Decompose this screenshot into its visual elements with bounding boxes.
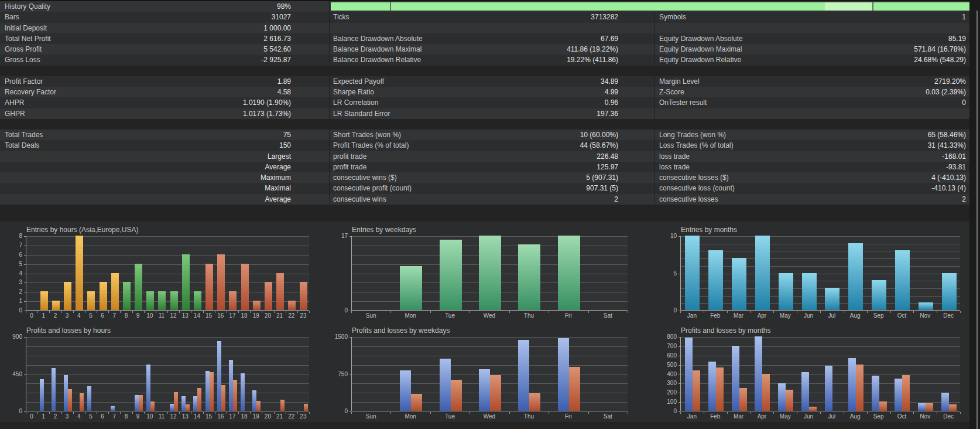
bar-profit-9 [135,395,139,411]
x-tick-label: Tue [437,312,463,319]
y-tick-label: 1500 [324,334,348,340]
bar-profit-7 [111,406,115,411]
bar-loss-3 [68,389,72,411]
bar-profit-14 [193,396,197,411]
bar-profit-Fri [558,338,569,411]
stat-label: AHPR [0,97,243,108]
plot-area-pl-by-weekdays [351,337,628,411]
x-tick-label: 23 [290,413,316,420]
bar-Wed [479,236,501,310]
stat-label: Ticks [330,12,591,22]
stat-cell-group: consecutive losses2 [655,194,969,205]
bar-profit-Thu [518,340,529,411]
bar-profit-3 [64,375,68,411]
x-tick-mark [628,311,628,313]
bar-4 [76,236,83,310]
plot-area-entries-by-months [680,236,960,311]
y-tick-label: 3 [0,280,22,285]
bar-loss-Apr [762,374,770,411]
bar-profit-Tue [440,359,451,411]
bar-loss-Feb [716,367,724,411]
stat-label [655,108,966,119]
x-tick-mark [588,311,589,313]
bar-loss-Mon [411,394,422,411]
x-tick-label: Jul [819,413,845,420]
stat-value: 34.89 [601,76,655,87]
bar-profit-17 [229,360,233,411]
bar-19 [253,301,261,310]
x-tick-label: Feb [703,413,728,420]
y-tick-label: 1 [0,298,22,304]
y-tick-mark [24,301,26,302]
stat-cell-group: Recovery Factor4.58 [0,87,329,97]
stat-label [0,172,261,183]
stat-cell-group: Total Trades75 [0,130,329,140]
stat-cell-group [329,23,655,33]
quality-bar-gap [872,2,873,11]
x-tick-label: Dec [936,312,961,319]
x-tick-label: Wed [477,413,502,420]
chart-title-entries-by-hours: Entries by hours (Asia,Europe,USA) [26,226,138,234]
plot-area-pl-by-hours [26,337,309,411]
bar-loss-Wed [490,375,501,411]
y-tick-label: 100 [653,399,677,405]
history-quality-bar [331,2,970,11]
x-tick-label: Apr [749,413,775,420]
bar-Aug [848,243,863,310]
plot-area-entries-by-weekdays [351,236,628,311]
bar-loss-17 [233,380,237,411]
bar-loss-Nov [926,403,933,411]
y-tick-label: 5 [653,271,677,277]
stat-value: 0 [962,97,969,108]
stat-cell-group [655,23,969,33]
stat-value: Average [265,162,329,172]
gridline [26,365,309,366]
stat-row: Total Deals150Profit Trades (% of total)… [0,140,969,151]
y-tick-mark [679,274,680,274]
stat-label: Balance Drawdown Relative [330,55,567,65]
bar-Sep [872,280,886,310]
x-tick-label: Sun [358,312,384,319]
x-tick-mark [509,311,510,313]
bar-profit-Aug [848,358,856,411]
x-tick-mark [549,412,549,414]
stat-cell-group: Balance Drawdown Absolute67.69 [329,33,655,44]
stat-cell-group: Average [0,194,329,205]
bar-profit-Apr [755,336,762,411]
y-tick-label: 0 [653,308,677,314]
bar-loss-16 [221,385,225,411]
gridline [26,383,309,384]
chart-title-entries-by-weekdays: Entries by weekdays [352,226,416,234]
gridline [681,337,960,338]
stat-value: 571.84 (16.78%) [914,44,969,55]
x-tick-label: Feb [703,312,728,319]
stat-cell-group: LR Standard Error197.36 [329,108,655,119]
y-tick-label: 800 [653,334,677,340]
bar-profit-18 [241,373,245,411]
x-tick-label: May [772,312,798,319]
x-tick-mark [390,412,391,414]
y-tick-mark [679,393,680,393]
gridline [26,337,309,338]
bar-profit-19 [252,390,256,411]
stat-value: 4.99 [605,87,655,97]
bar-profit-Jan [685,338,693,411]
bar-5 [87,291,95,310]
scrollbar-thumb[interactable] [976,11,978,429]
scrollbar-track[interactable] [969,0,980,429]
bar-Dec [942,273,957,311]
stat-label [0,194,265,205]
stat-cell-group: GHPR1.0173 (1.73%) [0,108,329,119]
x-tick-label: Jul [819,312,845,319]
bar-loss-Jun [809,407,817,411]
bar-Thu [518,244,540,310]
y-tick-mark [24,264,26,265]
chart-title-pl-by-weekdays: Profits and losses by weekdays [352,326,450,335]
y-tick-mark [24,292,26,292]
stat-value: 0.03 (2.39%) [926,87,969,97]
bar-profit-10 [146,365,150,411]
x-tick-mark [628,412,628,414]
stat-value: 5 (907.31) [586,172,655,183]
stat-value: 1 000.00 [263,23,329,33]
bar-17 [229,291,237,310]
